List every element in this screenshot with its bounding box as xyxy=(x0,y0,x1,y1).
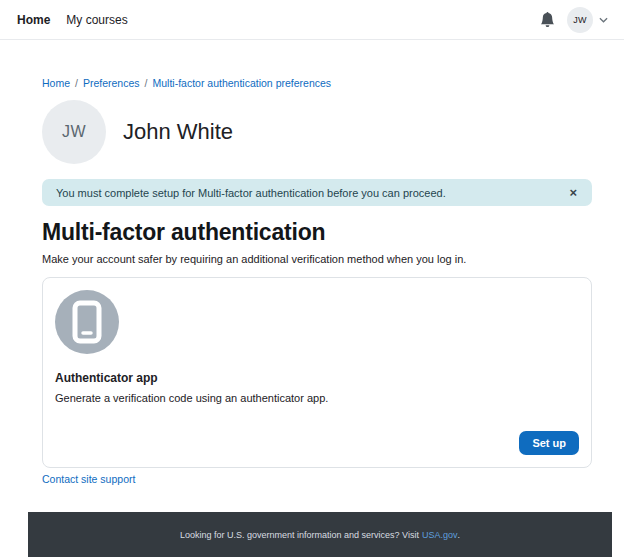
alert-message: You must complete setup for Multi-factor… xyxy=(56,187,446,199)
breadcrumb-preferences[interactable]: Preferences xyxy=(83,77,140,89)
nav-item-my-courses[interactable]: My courses xyxy=(66,13,127,27)
main-content: Home/Preferences/Multi-factor authentica… xyxy=(0,77,624,487)
breadcrumb-home[interactable]: Home xyxy=(42,77,70,89)
nav-item-home[interactable]: Home xyxy=(17,13,50,27)
chevron-down-icon xyxy=(599,17,608,23)
close-icon[interactable]: × xyxy=(568,186,578,199)
breadcrumb-mfa-preferences[interactable]: Multi-factor authentication preferences xyxy=(152,77,331,89)
info-alert: You must complete setup for Multi-factor… xyxy=(42,179,592,206)
breadcrumb-separator: / xyxy=(70,77,83,89)
page-description: Make your account safer by requiring an … xyxy=(42,253,592,265)
page-title: Multi-factor authentication xyxy=(42,219,592,246)
top-navbar: Home My courses JW xyxy=(0,0,624,40)
footer-suffix: . xyxy=(457,530,460,540)
set-up-button[interactable]: Set up xyxy=(519,431,579,455)
navbar-right: JW xyxy=(540,7,608,33)
user-avatar-large: JW xyxy=(42,100,106,164)
user-name: John White xyxy=(123,119,233,145)
notification-bell-icon[interactable] xyxy=(540,12,555,27)
card-actions: Set up xyxy=(55,431,579,455)
usa-gov-link[interactable]: USA.gov xyxy=(422,530,458,540)
breadcrumb: Home/Preferences/Multi-factor authentica… xyxy=(42,77,592,89)
factor-description: Generate a verification code using an au… xyxy=(55,392,579,404)
user-header: JW John White xyxy=(42,100,592,164)
contact-site-support-link[interactable]: Contact site support xyxy=(42,473,135,485)
mobile-phone-icon xyxy=(55,290,119,354)
user-menu[interactable]: JW xyxy=(567,7,608,33)
page-footer: Looking for U.S. government information … xyxy=(28,512,612,557)
authenticator-app-card: Authenticator app Generate a verificatio… xyxy=(42,277,592,468)
user-avatar-small: JW xyxy=(567,7,593,33)
factor-title: Authenticator app xyxy=(55,371,579,385)
footer-text: Looking for U.S. government information … xyxy=(180,530,419,540)
breadcrumb-separator: / xyxy=(140,77,153,89)
